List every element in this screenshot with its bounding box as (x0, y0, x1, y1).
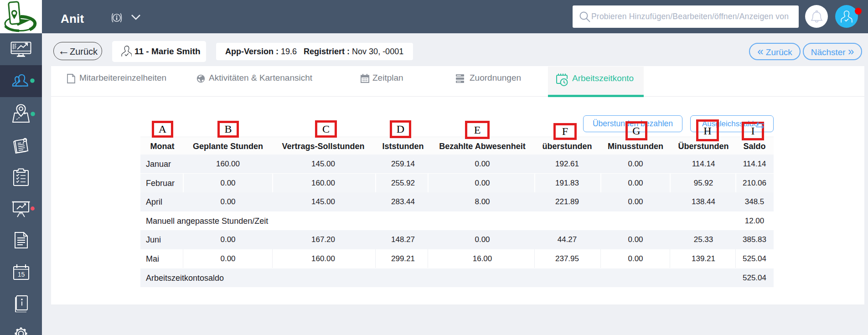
svg-text:15: 15 (18, 271, 25, 278)
